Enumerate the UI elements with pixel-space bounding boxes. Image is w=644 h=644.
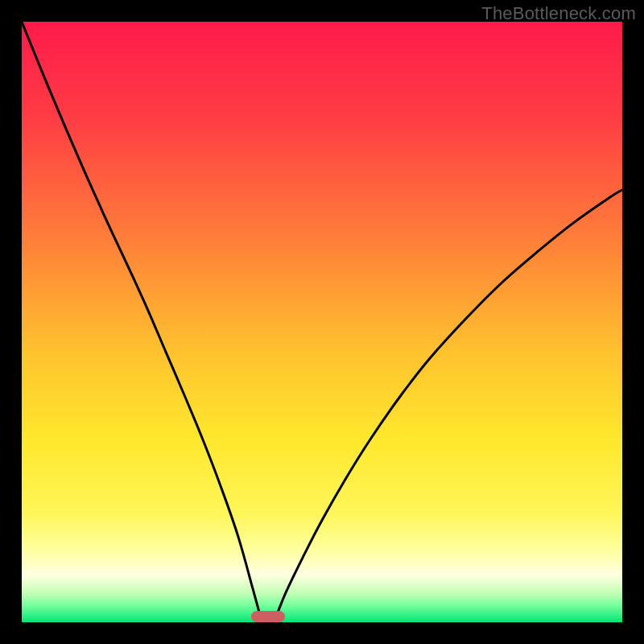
chart-curve-right	[274, 190, 622, 622]
chart-plot-area	[22, 22, 622, 622]
watermark-text: TheBottleneck.com	[481, 3, 636, 24]
chart-frame: TheBottleneck.com	[0, 0, 644, 644]
chart-optimum-marker	[251, 611, 285, 622]
chart-curve-left	[22, 22, 262, 622]
chart-curve-svg	[22, 22, 622, 622]
